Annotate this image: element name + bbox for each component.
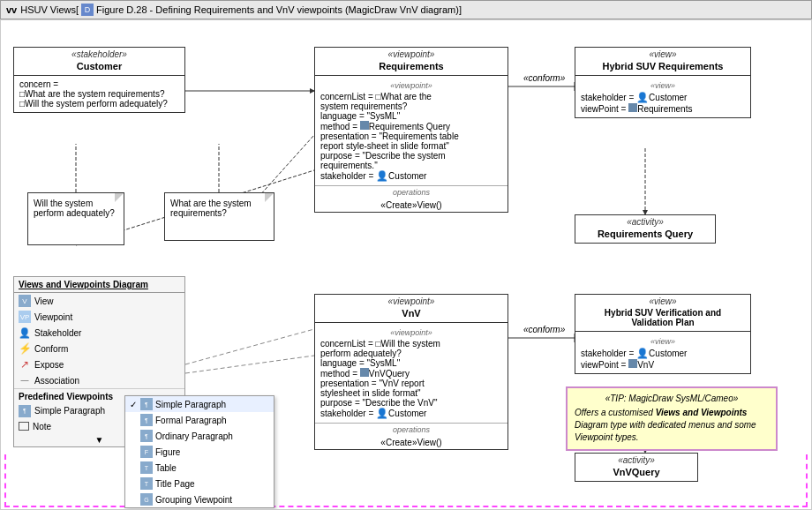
ordinary-icon: ¶ bbox=[140, 430, 153, 442]
vnv-vp-body: «viewpoint» concernList = □Will the syst… bbox=[315, 322, 508, 423]
vnv-vp-title: VnV bbox=[315, 306, 508, 322]
req-vp-body: «viewpoint» concernList = □What are thes… bbox=[315, 75, 508, 185]
req-vp-section: «viewpoint» bbox=[320, 79, 502, 92]
figure-icon: F bbox=[140, 446, 153, 458]
what-req-text: What are the system requirements? bbox=[170, 199, 268, 218]
hybrid-req-viewpoint: viewPoint = Requirements bbox=[581, 103, 745, 114]
customer-box: «stakeholder» Customer concern = □What a… bbox=[13, 47, 185, 113]
expose-icon: ↗ bbox=[19, 358, 31, 371]
hybrid-vnv-viewpoint: viewPoint = VnV bbox=[581, 359, 745, 370]
hybrid-req-section: «view» bbox=[581, 79, 745, 92]
title-text: HSUV Views[ bbox=[20, 4, 79, 15]
panel-item-viewpoint[interactable]: VP Viewpoint bbox=[14, 309, 184, 325]
dropdown-item-formal[interactable]: ¶ Formal Paragraph bbox=[125, 412, 274, 428]
panel-label-view: View bbox=[34, 296, 54, 306]
req-query-title: Requirements Query bbox=[575, 227, 715, 243]
req-purpose: purpose = "Describe the systemrequiremen… bbox=[320, 151, 502, 170]
hybrid-req-view-box: «view» Hybrid SUV Requirements «view» st… bbox=[575, 47, 751, 118]
hybrid-req-stakeholder: stakeholder = 👤Customer bbox=[581, 92, 745, 103]
view-icon: V bbox=[19, 295, 31, 307]
conform-label-2: «conform» bbox=[523, 325, 565, 334]
dropdown-item-grouping[interactable]: G Grouping Viewpoint bbox=[125, 491, 274, 507]
tip-box: «TIP: MagicDraw SysML/Cameo» Offers a cu… bbox=[566, 386, 778, 451]
hybrid-req-title: Hybrid SUV Requirements bbox=[575, 59, 750, 75]
vnv-language: language = "SysML" bbox=[320, 358, 502, 368]
dropdown-item-ordinary[interactable]: ¶ Ordinary Paragraph bbox=[125, 428, 274, 444]
table-icon: T bbox=[140, 461, 153, 474]
vnv-method: method = VnVQuery bbox=[320, 368, 502, 379]
panel-item-association[interactable]: — Association bbox=[14, 372, 184, 388]
hybrid-vnv-view-box: «view» Hybrid SUV Verification andValida… bbox=[575, 294, 751, 374]
dropdown-label-formal: Formal Paragraph bbox=[155, 416, 227, 425]
req-presentation: presentation = "Requirements tablereport… bbox=[320, 131, 502, 151]
dropdown-item-table[interactable]: T Table bbox=[125, 460, 274, 476]
panel-item-view[interactable]: V View bbox=[14, 293, 184, 309]
simple-paragraph-icon: ¶ bbox=[19, 405, 31, 417]
req-query-activity-box: «activity» Requirements Query bbox=[575, 214, 716, 244]
titlepage-icon: T bbox=[140, 477, 153, 490]
panel-label-expose: Expose bbox=[34, 360, 64, 370]
req-stakeholder: stakeholder = 👤Customer bbox=[320, 170, 502, 182]
dropdown-label-titlepage: Title Page bbox=[155, 479, 195, 489]
vv-label: vv bbox=[6, 4, 17, 15]
tip-title: «TIP: MagicDraw SysML/Cameo» bbox=[575, 394, 769, 403]
req-concern-list: concernList = □What are thesystem requir… bbox=[320, 92, 502, 111]
panel-title[interactable]: Views and Viewpoints Diagram bbox=[14, 277, 184, 293]
svg-line-12 bbox=[185, 356, 314, 373]
req-vp-title: Requirements bbox=[315, 59, 508, 75]
panel-item-expose[interactable]: ↗ Expose bbox=[14, 356, 184, 372]
tip-body: Offers a customised Views and Viewpoints… bbox=[575, 407, 769, 444]
vnv-vp-stereotype: «viewpoint» bbox=[315, 295, 508, 306]
req-query-stereotype: «activity» bbox=[575, 215, 715, 227]
vnv-presentation: presentation = "VnV reportstylesheet in … bbox=[320, 379, 502, 398]
customer-body: concern = □What are the system requireme… bbox=[14, 75, 184, 112]
main-diagram-area: «stakeholder» Customer concern = □What a… bbox=[0, 19, 812, 510]
vnv-stakeholder: stakeholder = 👤Customer bbox=[320, 408, 502, 419]
dropdown-label-ordinary: Ordinary Paragraph bbox=[155, 431, 233, 441]
vnv-concern-list: concernList = □Will the systemperform ad… bbox=[320, 339, 502, 358]
dropdown-item-figure[interactable]: F Figure bbox=[125, 444, 274, 460]
vnv-vp-box: «viewpoint» VnV «viewpoint» concernList … bbox=[314, 294, 508, 450]
dropdown-label-simple: Simple Paragraph bbox=[155, 400, 226, 409]
dropdown-label-table: Table bbox=[155, 463, 177, 473]
will-perform-text: Will the system perform adequately? bbox=[34, 199, 118, 218]
diagram-title: Figure D.28 - Defining Requirements and … bbox=[96, 4, 462, 15]
req-vp-stereotype: «viewpoint» bbox=[315, 48, 508, 59]
vnv-operations-content: «Create»View() bbox=[315, 436, 508, 449]
hybrid-vnv-section: «view» bbox=[581, 335, 745, 348]
vnv-purpose: purpose = "Describe the VnV" bbox=[320, 398, 502, 408]
req-operations-content: «Create»View() bbox=[315, 199, 508, 212]
panel-item-conform[interactable]: ⚡ Conform bbox=[14, 341, 184, 356]
conform-label-1: «conform» bbox=[523, 73, 565, 83]
simple-icon: ¶ bbox=[140, 398, 153, 410]
will-perform-note: Will the system perform adequately? bbox=[27, 192, 124, 245]
checkmark-simple: ✓ bbox=[130, 400, 140, 409]
vnv-vp-section: «viewpoint» bbox=[320, 326, 502, 339]
panel-label-note: Note bbox=[33, 422, 51, 431]
panel-label-conform: Conform bbox=[34, 344, 68, 354]
formal-icon: ¶ bbox=[140, 414, 153, 426]
dropdown-label-figure: Figure bbox=[155, 447, 180, 457]
what-req-note: What are the system requirements? bbox=[164, 192, 274, 241]
association-icon: — bbox=[19, 374, 31, 386]
tip-bold-text: Views and Viewpoints bbox=[656, 408, 748, 417]
hybrid-vnv-body: «view» stakeholder = 👤Customer viewPoint… bbox=[575, 331, 750, 373]
dropdown-item-simple[interactable]: ✓ ¶ Simple Paragraph bbox=[125, 396, 274, 412]
dropdown-item-titlepage[interactable]: T Title Page bbox=[125, 476, 274, 491]
diagram-icon: D bbox=[81, 4, 94, 16]
customer-req1: □What are the system requirements? bbox=[19, 89, 179, 99]
customer-concern: concern = bbox=[19, 79, 179, 89]
hybrid-req-body: «view» stakeholder = 👤Customer viewPoint… bbox=[575, 75, 750, 117]
vnv-operations-label: operations bbox=[315, 423, 508, 436]
req-operations-label: operations bbox=[315, 185, 508, 199]
panel-item-stakeholder[interactable]: 👤 Stakeholder bbox=[14, 325, 184, 341]
customer-title: Customer bbox=[14, 59, 184, 75]
customer-stereotype: «stakeholder» bbox=[14, 48, 184, 59]
hybrid-vnv-title: Hybrid SUV Verification andValidation Pl… bbox=[575, 306, 750, 331]
panel-label-stakeholder: Stakeholder bbox=[34, 328, 81, 338]
hybrid-vnv-stakeholder: stakeholder = 👤Customer bbox=[581, 348, 745, 359]
customer-req2: □Will the system perform adequately? bbox=[19, 99, 179, 109]
req-method: method = Requirements Query bbox=[320, 121, 502, 131]
title-bar: vv HSUV Views[ D Figure D.28 - Defining … bbox=[0, 0, 812, 19]
note-icon bbox=[19, 422, 29, 431]
